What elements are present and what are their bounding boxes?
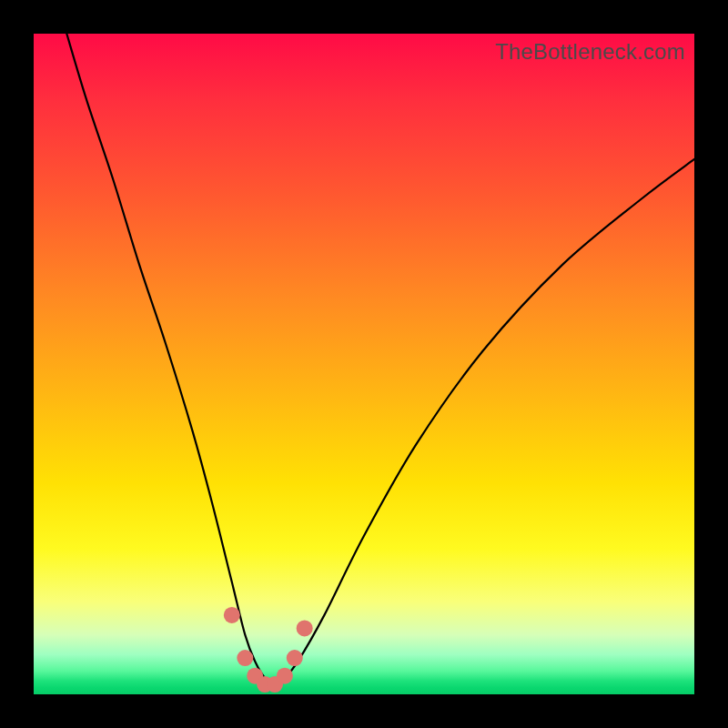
highlight-point — [277, 668, 293, 684]
bottleneck-curve — [66, 34, 694, 684]
highlight-points — [224, 607, 313, 693]
curve-layer — [34, 34, 694, 694]
highlight-point — [237, 650, 253, 666]
highlight-point — [297, 620, 313, 636]
highlight-point — [224, 607, 240, 623]
plot-area: TheBottleneck.com — [34, 34, 694, 694]
highlight-point — [287, 650, 303, 666]
chart-frame: TheBottleneck.com — [0, 0, 728, 728]
